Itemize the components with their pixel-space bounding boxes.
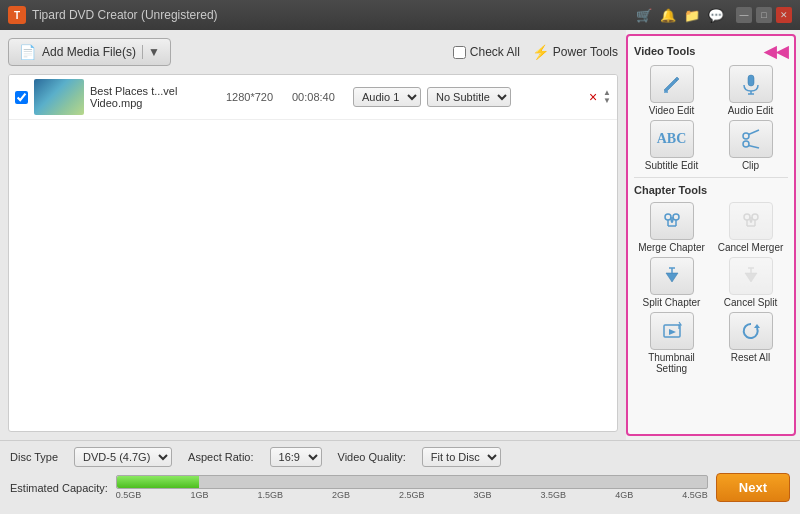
cancel-split-icon — [740, 265, 762, 287]
svg-marker-21 — [745, 273, 757, 282]
capacity-label: Estimated Capacity: — [10, 482, 108, 494]
scissors-icon — [740, 128, 762, 150]
clip-tool[interactable]: Clip — [713, 120, 788, 171]
dropdown-arrow[interactable]: ▼ — [142, 45, 160, 59]
reset-all-tool[interactable]: Reset All — [713, 312, 788, 374]
video-tools-title: Video Tools — [634, 45, 695, 57]
left-panel: 📄 Add Media File(s) ▼ Check All ⚡ Power … — [0, 30, 626, 440]
check-all-checkbox[interactable] — [453, 46, 466, 59]
add-icon: 📄 — [19, 44, 36, 60]
maximize-button[interactable]: □ — [756, 7, 772, 23]
app-icon: T — [8, 6, 26, 24]
svg-rect-1 — [748, 75, 754, 86]
svg-marker-25 — [669, 329, 676, 335]
split-chapter-tool[interactable]: Split Chapter — [634, 257, 709, 308]
check-all-label: Check All — [470, 45, 520, 59]
clip-button[interactable] — [729, 120, 773, 158]
folder-icon[interactable]: 📁 — [684, 8, 700, 23]
cancel-merge-icon — [740, 210, 762, 232]
aspect-ratio-label: Aspect Ratio: — [188, 451, 253, 463]
power-tools-button[interactable]: ⚡ Power Tools — [532, 44, 618, 60]
thumbnail-setting-tool[interactable]: Thumbnail Setting — [634, 312, 709, 374]
file-options: Audio 1 No Subtitle — [353, 87, 583, 107]
cart-icon[interactable]: 🛒 — [636, 8, 652, 23]
abc-icon: ABC — [657, 131, 687, 147]
spin-down[interactable]: ▼ — [603, 97, 611, 105]
tick-1: 1GB — [190, 490, 208, 500]
reset-all-button[interactable] — [729, 312, 773, 350]
cancel-merger-tool[interactable]: Cancel Merger — [713, 202, 788, 253]
thumbnail-setting-button[interactable] — [650, 312, 694, 350]
svg-point-9 — [673, 214, 679, 220]
video-edit-tool[interactable]: Video Edit — [634, 65, 709, 116]
svg-point-14 — [752, 214, 758, 220]
cancel-merger-label: Cancel Merger — [718, 242, 784, 253]
power-tools-label: Power Tools — [553, 45, 618, 59]
cancel-merger-button[interactable] — [729, 202, 773, 240]
file-duration: 00:08:40 — [292, 91, 347, 103]
merge-chapter-button[interactable] — [650, 202, 694, 240]
cancel-split-button[interactable] — [729, 257, 773, 295]
edit-icon — [661, 73, 683, 95]
section-divider — [634, 177, 788, 178]
file-checkbox[interactable] — [15, 91, 28, 104]
video-quality-select[interactable]: Fit to Disc — [422, 447, 501, 467]
main-area: 📄 Add Media File(s) ▼ Check All ⚡ Power … — [0, 30, 800, 440]
tick-2: 1.5GB — [257, 490, 283, 500]
disc-type-label: Disc Type — [10, 451, 58, 463]
settings-row: Disc Type DVD-5 (4.7G) Aspect Ratio: 16:… — [10, 447, 790, 467]
file-resolution: 1280*720 — [226, 91, 286, 103]
merge-chapter-tool[interactable]: Merge Chapter — [634, 202, 709, 253]
audio-select[interactable]: Audio 1 — [353, 87, 421, 107]
tick-7: 4GB — [615, 490, 633, 500]
minimize-button[interactable]: — — [736, 7, 752, 23]
merge-chapter-label: Merge Chapter — [638, 242, 705, 253]
video-edit-button[interactable] — [650, 65, 694, 103]
chat-icon[interactable]: 💬 — [708, 8, 724, 23]
aspect-ratio-select[interactable]: 16:9 — [270, 447, 322, 467]
reset-icon — [740, 320, 762, 342]
split-icon — [661, 265, 683, 287]
subtitle-edit-button[interactable]: ABC — [650, 120, 694, 158]
file-name: Best Places t...vel Video.mpg — [90, 85, 220, 109]
chapter-tools-title: Chapter Tools — [634, 184, 788, 196]
tick-3: 2GB — [332, 490, 350, 500]
merge-icon — [661, 210, 683, 232]
svg-marker-18 — [666, 273, 678, 282]
split-chapter-button[interactable] — [650, 257, 694, 295]
toolbar-right: Check All ⚡ Power Tools — [453, 44, 618, 60]
audio-edit-label: Audio Edit — [728, 105, 774, 116]
subtitle-select[interactable]: No Subtitle — [427, 87, 511, 107]
cancel-split-tool[interactable]: Cancel Split — [713, 257, 788, 308]
table-row: Best Places t...vel Video.mpg 1280*720 0… — [9, 75, 617, 120]
power-icon: ⚡ — [532, 44, 549, 60]
tick-0: 0.5GB — [116, 490, 142, 500]
video-tools-grid: Video Edit Audio Edit ABC Subtitle E — [634, 65, 788, 171]
video-tools-header: Video Tools ◀◀ — [634, 42, 788, 61]
tick-4: 2.5GB — [399, 490, 425, 500]
bell-icon[interactable]: 🔔 — [660, 8, 676, 23]
svg-marker-26 — [754, 324, 760, 328]
collapse-button[interactable]: ◀◀ — [764, 42, 788, 61]
subtitle-edit-tool[interactable]: ABC Subtitle Edit — [634, 120, 709, 171]
remove-file-button[interactable]: × — [589, 89, 597, 105]
svg-point-13 — [744, 214, 750, 220]
progress-ticks: 0.5GB 1GB 1.5GB 2GB 2.5GB 3GB 3.5GB 4GB … — [116, 490, 708, 500]
subtitle-edit-label: Subtitle Edit — [645, 160, 698, 171]
disc-type-select[interactable]: DVD-5 (4.7G) — [74, 447, 172, 467]
window-controls: 🛒 🔔 📁 💬 — □ ✕ — [636, 7, 792, 23]
add-media-button[interactable]: 📄 Add Media File(s) ▼ — [8, 38, 171, 66]
svg-point-8 — [665, 214, 671, 220]
svg-line-6 — [748, 130, 759, 135]
right-panel: Video Tools ◀◀ Video Edit — [626, 34, 796, 436]
svg-line-7 — [748, 146, 759, 149]
next-button[interactable]: Next — [716, 473, 790, 502]
close-button[interactable]: ✕ — [776, 7, 792, 23]
toolbar: 📄 Add Media File(s) ▼ Check All ⚡ Power … — [8, 38, 618, 66]
video-quality-label: Video Quality: — [338, 451, 406, 463]
audio-edit-tool[interactable]: Audio Edit — [713, 65, 788, 116]
file-list: Best Places t...vel Video.mpg 1280*720 0… — [8, 74, 618, 432]
svg-point-4 — [743, 133, 749, 139]
chapter-tools-grid: Merge Chapter Cancel Merger — [634, 202, 788, 374]
audio-edit-button[interactable] — [729, 65, 773, 103]
